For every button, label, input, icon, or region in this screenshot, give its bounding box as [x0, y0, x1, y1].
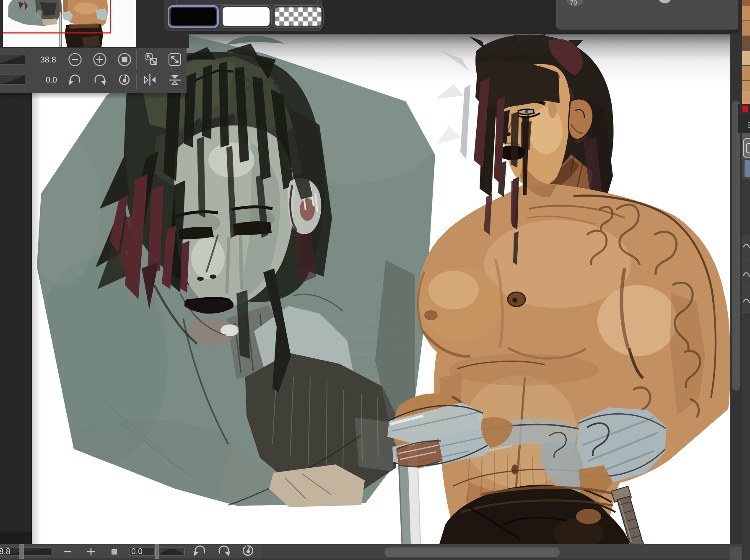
svg-text:70: 70: [570, 0, 577, 6]
svg-text:38.8: 38.8: [0, 547, 10, 556]
svg-text:38.8: 38.8: [40, 55, 56, 64]
svg-text:0.0: 0.0: [46, 75, 57, 84]
svg-text:0.0: 0.0: [131, 547, 143, 556]
